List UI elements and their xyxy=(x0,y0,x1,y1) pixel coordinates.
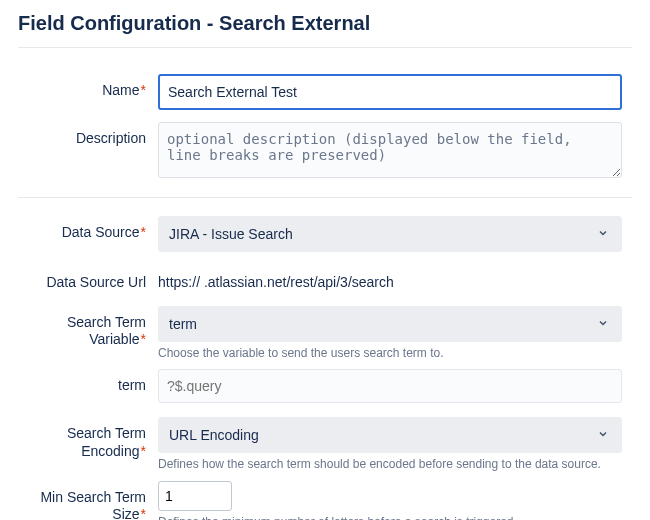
description-label: Description xyxy=(18,122,158,148)
required-mark: * xyxy=(141,506,146,520)
min-search-term-size-help: Defines the minimum number of letters be… xyxy=(158,515,622,520)
required-mark: * xyxy=(141,443,146,459)
search-term-variable-label: Search Term Variable* xyxy=(18,306,158,349)
search-term-variable-select[interactable]: term xyxy=(158,306,622,342)
required-mark: * xyxy=(141,82,146,98)
chevron-down-icon xyxy=(597,316,621,332)
search-term-encoding-value: URL Encoding xyxy=(169,427,259,443)
chevron-down-icon xyxy=(597,427,621,443)
data-source-url-label: Data Source Url xyxy=(18,266,158,292)
min-search-term-size-input[interactable] xyxy=(158,481,232,511)
name-input[interactable] xyxy=(158,74,622,110)
search-term-encoding-help: Defines how the search term should be en… xyxy=(158,457,622,473)
name-label: Name* xyxy=(18,74,158,100)
term-input[interactable] xyxy=(158,369,622,403)
header-divider xyxy=(18,47,632,48)
data-source-url-value: https:// .atlassian.net/rest/api/3/searc… xyxy=(158,266,622,290)
data-source-value: JIRA - Issue Search xyxy=(169,226,293,242)
data-source-label: Data Source* xyxy=(18,216,158,242)
required-mark: * xyxy=(141,224,146,240)
search-term-encoding-select[interactable]: URL Encoding xyxy=(158,417,622,453)
search-term-variable-help: Choose the variable to send the users se… xyxy=(158,346,622,362)
min-search-term-size-label: Min Search Term Size* xyxy=(18,481,158,520)
page-title: Field Configuration - Search External xyxy=(18,12,632,35)
description-textarea[interactable] xyxy=(158,122,622,178)
search-term-encoding-label: Search Term Encoding* xyxy=(18,417,158,460)
required-mark: * xyxy=(141,331,146,347)
chevron-down-icon xyxy=(597,226,621,242)
term-label: term xyxy=(18,369,158,395)
search-term-variable-value: term xyxy=(169,316,197,332)
data-source-select[interactable]: JIRA - Issue Search xyxy=(158,216,622,252)
section-divider xyxy=(18,197,632,198)
